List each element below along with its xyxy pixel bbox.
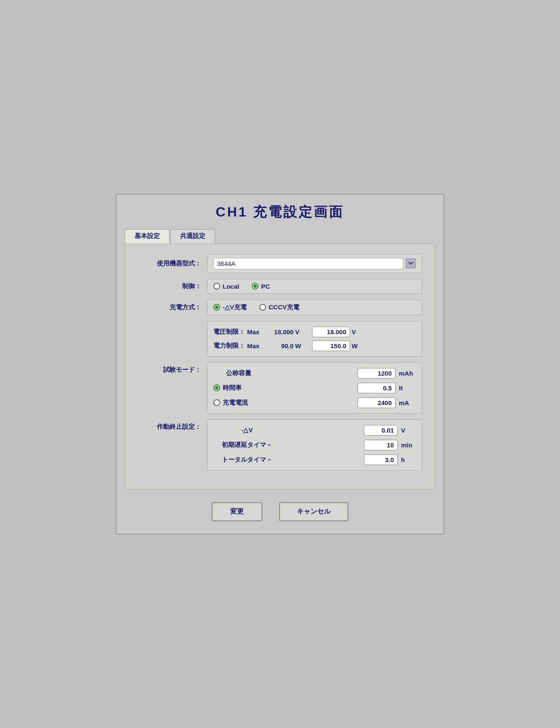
page-title: CH1 充電設定画面 [125, 203, 435, 222]
time-rate-radio[interactable]: 時間率 [213, 384, 264, 392]
control-pc[interactable]: PC [252, 283, 270, 290]
total-timer-unit: h [401, 456, 416, 463]
device-content: 3644A [207, 254, 422, 273]
content-area: 使用機器型式： 3644A 制御： Local [125, 244, 435, 490]
voltage-max-value: 18.000 [264, 328, 293, 336]
initial-delay-unit: min [401, 441, 416, 449]
nominal-capacity-input[interactable] [358, 368, 396, 379]
radio-charge-current-circle [213, 399, 220, 406]
change-button[interactable]: 変更 [212, 502, 262, 521]
control-local[interactable]: Local [213, 283, 239, 290]
nominal-capacity-unit: mAh [399, 370, 416, 377]
time-rate-unit: It [399, 384, 416, 392]
voltage-max-unit: V [295, 328, 308, 336]
radio-pc-dot [253, 284, 257, 288]
radio-time-rate-circle [213, 384, 220, 391]
limits-row: 電圧制限： Max 18.000 V V 電力制限： Max 90.0 W W [138, 321, 422, 357]
nominal-capacity-label: 公称容量 [213, 369, 264, 377]
total-timer-label: トータルタイマ－ [213, 456, 281, 464]
control-content: Local PC [207, 279, 422, 294]
voltage-limit-label: 電圧制限： [213, 328, 247, 336]
main-window: CH1 充電設定画面 基本設定 共通設定 使用機器型式： 3644A 制御： [116, 194, 444, 535]
stop-settings-row: 作動終止設定： -△V V 初期遅延タイマ－ min トータルタイマ－ [138, 419, 422, 471]
radio-deltav-label: -△V充電 [223, 303, 247, 311]
delta-v-row: -△V V [213, 425, 416, 436]
initial-delay-label: 初期遅延タイマ－ [213, 441, 281, 449]
select-arrow-icon[interactable] [406, 258, 416, 268]
radio-cccv-circle [259, 304, 266, 311]
control-radio-group: Local PC [213, 283, 416, 290]
power-max-label: Max [247, 342, 264, 349]
radio-local-label: Local [223, 283, 239, 290]
radio-deltav-dot [215, 306, 218, 309]
control-row: 制御： Local PC [138, 279, 422, 294]
charge-current-row: 充電電流 mA [213, 398, 416, 408]
time-rate-label: 時間率 [223, 384, 242, 392]
test-mode-label: 試験モード： [138, 363, 201, 374]
radio-cccv-label: CCCV充電 [269, 303, 299, 311]
control-label: 制御： [138, 282, 201, 290]
test-mode-area: 公称容量 mAh 時間率 It [207, 363, 422, 414]
charge-current-unit: mA [399, 399, 416, 406]
voltage-limit-row: 電圧制限： Max 18.000 V V [213, 327, 416, 337]
power-unit: W [352, 342, 364, 349]
charge-method-content: -△V充電 CCCV充電 [207, 300, 422, 315]
tab-basic[interactable]: 基本設定 [125, 229, 170, 244]
charge-cccv[interactable]: CCCV充電 [259, 303, 299, 311]
device-select[interactable]: 3644A [213, 258, 403, 269]
radio-deltav-circle [213, 304, 220, 311]
radio-time-rate-dot [215, 386, 218, 390]
device-row: 使用機器型式： 3644A [138, 254, 422, 273]
charge-radio-group: -△V充電 CCCV充電 [213, 303, 416, 311]
tab-common[interactable]: 共通設定 [170, 229, 215, 244]
limits-area: 電圧制限： Max 18.000 V V 電力制限： Max 90.0 W W [207, 321, 422, 357]
stop-label: 作動終止設定： [138, 419, 201, 431]
voltage-input[interactable] [312, 327, 350, 337]
charge-deltav[interactable]: -△V充電 [213, 303, 247, 311]
charge-current-radio[interactable]: 充電電流 [213, 399, 264, 407]
nominal-capacity-row: 公称容量 mAh [213, 368, 416, 379]
initial-delay-input[interactable] [364, 440, 398, 450]
power-limit-row: 電力制限： Max 90.0 W W [213, 341, 416, 351]
total-timer-row: トータルタイマ－ h [213, 455, 416, 465]
test-mode-row: 試験モード： 公称容量 mAh 時間率 I [138, 363, 422, 414]
time-rate-input[interactable] [358, 383, 396, 393]
voltage-max-label: Max [247, 328, 264, 336]
delta-v-label: -△V [213, 426, 281, 434]
charge-method-label: 充電方式： [138, 303, 201, 311]
power-max-value: 90.0 [264, 342, 293, 349]
charge-current-input[interactable] [358, 398, 396, 408]
button-area: 変更 キャンセル [125, 502, 435, 521]
cancel-button[interactable]: キャンセル [279, 502, 348, 521]
initial-delay-row: 初期遅延タイマ－ min [213, 440, 416, 450]
delta-v-input[interactable] [364, 425, 398, 436]
radio-pc-label: PC [261, 283, 270, 290]
charge-method-row: 充電方式： -△V充電 CCCV充電 [138, 300, 422, 315]
stop-area: -△V V 初期遅延タイマ－ min トータルタイマ－ h [207, 419, 422, 471]
radio-pc-circle [252, 283, 258, 290]
charge-current-label: 充電電流 [223, 399, 248, 407]
device-select-wrapper: 3644A [213, 258, 416, 269]
total-timer-input[interactable] [364, 455, 398, 465]
voltage-unit: V [352, 328, 364, 336]
delta-v-unit: V [401, 427, 416, 434]
tab-bar: 基本設定 共通設定 [125, 229, 435, 244]
device-label: 使用機器型式： [138, 260, 201, 268]
power-max-unit: W [295, 342, 308, 349]
time-rate-row: 時間率 It [213, 383, 416, 393]
power-input[interactable] [312, 341, 350, 351]
radio-local-circle [213, 283, 220, 290]
power-limit-label: 電力制限： [213, 342, 247, 350]
